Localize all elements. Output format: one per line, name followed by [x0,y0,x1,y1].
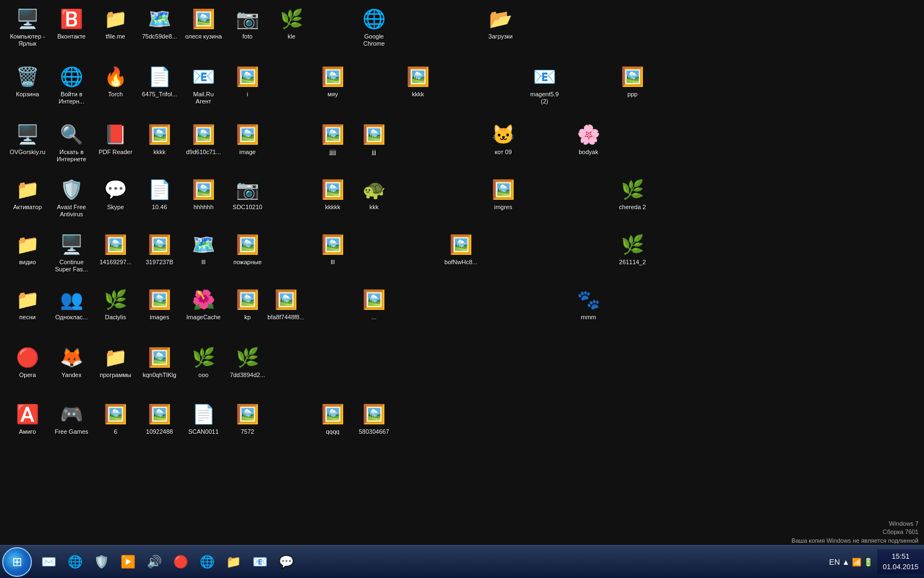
icon-label-mmm: mmm [581,314,596,321]
start-button[interactable]: ⊞ [2,547,32,577]
desktop-icon-aktivator[interactable]: 📁Активатор [6,176,50,211]
desktop-icon-kkkk3[interactable]: 🖼️kkkk [138,121,182,156]
desktop-icon-kle[interactable]: 🌿kle [270,6,314,40]
desktop-icon-ovgorskiy[interactable]: 🖥️OVGorskiy.ru [6,121,50,156]
desktop-icon-iskat[interactable]: 🔍Искать в Интернете [50,121,94,163]
desktop-icon-image[interactable]: 🖼️image [226,121,270,156]
desktop-icon-computer[interactable]: 🖥️Компьютер - Ярлык [6,6,50,47]
desktop-icon-images2[interactable]: 🖼️images [138,286,182,321]
desktop-icon-torch[interactable]: 🔥Torch [94,63,138,98]
desktop-icon-odnoklassniki[interactable]: 👥Одноклас... [50,286,94,321]
desktop-icon-foto[interactable]: 📷foto [226,6,270,40]
desktop-icon-scan0011[interactable]: 📄SCAN0011 [182,401,226,435]
icon-label-qqqq: qqqq [326,428,339,435]
desktop-icon-bodyak[interactable]: 🌸bodyak [566,121,610,156]
desktop-icon-lll2[interactable]: 🖼️lll [311,231,355,266]
taskbar-mail[interactable]: ✉️ [36,549,61,575]
taskbar-ie[interactable]: 🌐 [63,549,87,575]
desktop-icon-jjj[interactable]: 🖼️jjj [352,121,396,156]
clock-area[interactable]: 15:51 01.04.2015 [877,549,924,574]
desktop-icon-google-chrome[interactable]: 🌐Google Chrome [352,6,396,47]
icon-label-kkk: kkk [370,204,379,211]
desktop-icon-14169[interactable]: 🖼️14169297... [94,231,138,266]
taskbar-avast[interactable]: 🛡️ [89,549,113,575]
taskbar-chrome[interactable]: 🌐 [195,549,219,575]
desktop-icon-7572[interactable]: 🖼️7572 [226,401,270,435]
tray-arrow[interactable]: ▲ [842,558,850,566]
desktop-icon-mailru[interactable]: 📧Mail.Ru Агент [182,63,226,105]
desktop-icon-6475[interactable]: 📄6475_Trifol... [138,63,182,98]
desktop-icon-sdc[interactable]: 📷SDC10210 [226,176,270,211]
desktop-icon-continue[interactable]: 🖥️Continue Super Fas... [50,231,94,273]
desktop-icon-tfile[interactable]: 📁tfile.me [94,6,138,40]
desktop-icon-magent[interactable]: 📧magent5.9 (2) [522,63,566,105]
desktop-icon-войти[interactable]: 🌐Войти в Интерн... [50,63,94,105]
desktop-icon-d9d[interactable]: 🖼️d9d610c71... [182,121,226,156]
taskbar-mailru[interactable]: 📧 [248,549,272,575]
taskbar-media[interactable]: ▶️ [116,549,140,575]
desktop-icon-kkk[interactable]: 🐢kkk [352,176,396,211]
desktop-icon-hhhhhh[interactable]: 🖼️hhhhhh [182,176,226,211]
desktop-icon-vkontakte[interactable]: 🅱️Вконтакте [50,6,94,40]
desktop-icon-dactylis[interactable]: 🌿Dactylis [94,286,138,321]
desktop-icon-31972[interactable]: 🖼️3197237B [138,231,182,266]
desktop-icon-261114[interactable]: 🌿261114_2 [610,231,654,266]
desktop-icon-kqn0qh[interactable]: 🖼️kqn0qhTlKlg [138,344,182,379]
desktop-icon-kp[interactable]: 🖼️kp [226,286,270,321]
clock-date: 01.04.2015 [883,562,919,572]
desktop-icon-bfa8f[interactable]: 🖼️bfa8f7448f8... [264,286,308,321]
desktop-icon-yandex[interactable]: 🦊Yandex [50,344,94,379]
desktop-icon-kkkkk[interactable]: 🖼️kkkkk [311,176,355,211]
desktop-icon-chereda2[interactable]: 🌿chereda 2 [610,176,654,211]
desktop-icon-1046[interactable]: 📄10.46 [138,176,182,211]
tray-language[interactable]: EN [829,558,840,566]
icon-image-6: 🖼️ [102,401,129,427]
icon-label-tfile: tfile.me [106,33,125,40]
desktop-icon-imgres[interactable]: 🖼️imgres [481,176,525,211]
desktop-icon-korzina[interactable]: 🗑️Корзина [6,63,50,98]
desktop-icon-pesni[interactable]: 📁песни [6,286,50,321]
desktop-icon-qqqq[interactable]: 🖼️qqqq [311,401,355,435]
desktop-icon-lll1[interactable]: 🗺️lll [182,231,226,266]
icon-image-261114: 🌿 [619,231,646,258]
desktop-icon-580304667[interactable]: 🖼️580304667 [352,401,396,435]
desktop-icon-freegames[interactable]: 🎮Free Games [50,401,94,435]
desktop-icon-programmy[interactable]: 📁программы [94,344,138,379]
tray-network[interactable]: 📶 [852,558,861,566]
icon-label-programmy: программы [100,372,131,379]
desktop-icon-pozharnie[interactable]: 🖼️пожарные [226,231,270,266]
desktop-icon-map[interactable]: 🗺️75dc59de8... [138,6,182,40]
desktop-icon-avast[interactable]: 🛡️Avast Free Antivirus [50,176,94,218]
desktop-icon-amigo[interactable]: 🅰️Амиго [6,401,50,435]
desktop-icon-video[interactable]: 📁видио [6,231,50,266]
desktop-icon-imagecache[interactable]: 🌺ImageCache [182,286,226,321]
desktop-icon-bofnwhc8[interactable]: 🖼️bofNwHc8... [439,231,483,266]
desktop-icon-zagruzki[interactable]: 📂Загрузки [479,6,522,40]
desktop-icon-ppp[interactable]: 🖼️ppp [610,63,654,98]
desktop-icon-kkkk2[interactable]: 🖼️kkkk [396,63,440,98]
taskbar-volume[interactable]: 🔊 [142,549,166,575]
icon-label-6475: 6475_Trifol... [142,91,177,98]
desktop-icon-olesya[interactable]: 🖼️олеся кузина [182,6,226,40]
desktop-icon-7dd3894d2[interactable]: 🌿7dd3894d2... [226,344,270,379]
icon-label-sdc: SDC10210 [233,204,262,211]
system-tray: EN ▲ 📶 🔋 [825,558,877,566]
taskbar-skype[interactable]: 💬 [274,549,298,575]
taskbar-explorer[interactable]: 📁 [221,549,245,575]
desktop-icon-6[interactable]: 🖼️6 [94,401,138,435]
desktop-icon-kot09[interactable]: 🐱кот 09 [481,121,525,156]
desktop-icon-10922488[interactable]: 🖼️10922488 [138,401,182,435]
taskbar-opera[interactable]: 🔴 [168,549,193,575]
icon-image-imgres: 🖼️ [490,176,516,203]
desktop-icon-opera[interactable]: 🔴Opera [6,344,50,379]
desktop-icon-skype[interactable]: 💬Skype [94,176,138,211]
desktop-icon-miau[interactable]: 🖼️мяу [311,63,355,98]
desktop-icon-jjjjj[interactable]: 🖼️jjjjj [311,121,355,156]
desktop-icon-pdfreader[interactable]: 📕PDF Reader [94,121,138,156]
desktop-icon-mmm[interactable]: 🐾mmm [566,286,610,321]
desktop-icon-dots[interactable]: 🖼️... [352,286,396,321]
desktop-icon-i[interactable]: 🖼️i [226,63,270,98]
tray-battery[interactable]: 🔋 [864,558,873,566]
icon-image-ppp: 🖼️ [619,63,646,90]
desktop-icon-ooo[interactable]: 🌿ooo [182,344,226,379]
